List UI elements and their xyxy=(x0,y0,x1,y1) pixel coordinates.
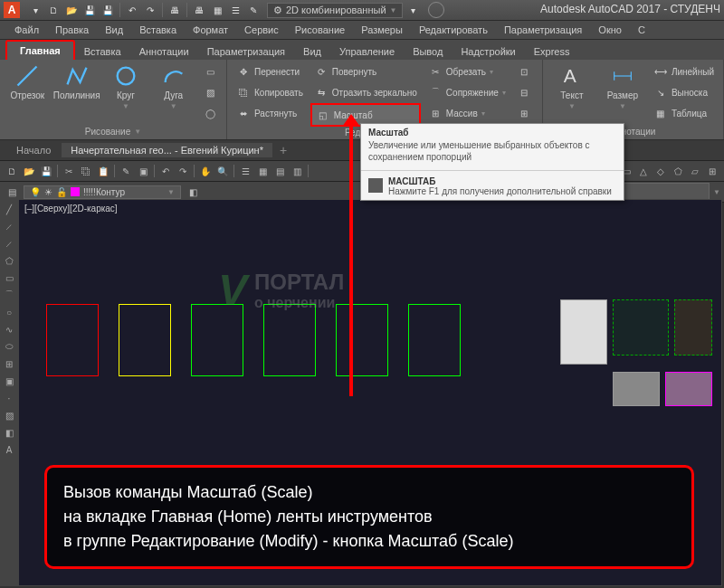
layer-iso-icon[interactable]: ◧ xyxy=(185,184,201,200)
layer-selector[interactable]: 💡 ☀ 🔓 !!!!!Контур ▼ xyxy=(24,185,181,199)
table-button[interactable]: ▦Таблица xyxy=(650,103,718,123)
workspace-selector[interactable]: ⚙ 2D комбинированный ▼ xyxy=(267,3,403,18)
linear-dim-button[interactable]: ⟷Линейный xyxy=(650,62,718,81)
layer-props-icon[interactable]: ▤ xyxy=(4,184,20,200)
tb-redo-icon[interactable]: ↷ xyxy=(175,163,191,179)
qat-more-icon[interactable]: ▾ xyxy=(405,2,421,18)
tb-undo-icon[interactable]: ↶ xyxy=(157,163,174,179)
tb-pan-icon[interactable]: ✋ xyxy=(197,163,214,179)
tab-Вид[interactable]: Вид xyxy=(294,43,330,60)
vt-pline-icon[interactable]: ⟋ xyxy=(1,235,17,251)
new-icon[interactable]: 🗋 xyxy=(45,2,62,18)
menu-Параметризация[interactable]: Параметризация xyxy=(497,23,589,37)
vt-block-icon[interactable]: ▣ xyxy=(1,373,17,389)
saveas-icon[interactable]: 💾 xyxy=(100,2,116,18)
menu-Редактировать[interactable]: Редактировать xyxy=(412,23,495,37)
vt-poly-icon[interactable]: ⬠ xyxy=(1,252,17,269)
tb-tp-icon[interactable]: ▤ xyxy=(272,163,288,179)
vt-xline-icon[interactable]: ⟋ xyxy=(1,218,17,234)
move-button[interactable]: ✥Перенести xyxy=(233,62,307,81)
fillet-button[interactable]: ⌒Сопряжение▾ xyxy=(424,82,510,102)
hatch-button[interactable]: ▨ xyxy=(199,82,221,102)
tab-Управление[interactable]: Управление xyxy=(330,43,404,60)
trim-button[interactable]: ✂Обрезать▾ xyxy=(424,62,510,81)
tb-open-icon[interactable]: 📂 xyxy=(21,163,37,179)
redo-icon[interactable]: ↷ xyxy=(142,2,158,18)
modify-ext3-button[interactable]: ⊞ xyxy=(513,103,535,123)
tab-Вставка[interactable]: Вставка xyxy=(75,43,130,60)
tb-props-icon[interactable]: ☰ xyxy=(237,163,253,179)
tab-Вывод[interactable]: Вывод xyxy=(404,43,452,60)
vt-hatch-icon[interactable]: ▨ xyxy=(1,407,17,423)
menu-Файл[interactable]: Файл xyxy=(7,23,46,37)
line-button[interactable]: Отрезок xyxy=(5,62,50,102)
tb-r7-icon[interactable]: ⊞ xyxy=(704,163,720,179)
tb-r3-icon[interactable]: △ xyxy=(635,163,652,179)
search-icon[interactable] xyxy=(428,2,444,18)
tb-r6-icon[interactable]: ▱ xyxy=(687,163,703,179)
tb-new-icon[interactable]: 🗋 xyxy=(4,163,20,179)
menu-Сервис[interactable]: Сервис xyxy=(237,23,286,37)
vt-text-icon[interactable]: A xyxy=(1,441,17,458)
menu-Окно[interactable]: Окно xyxy=(591,23,629,37)
stretch-button[interactable]: ⬌Растянуть xyxy=(233,103,307,123)
polyline-button[interactable]: Полилиния xyxy=(53,62,100,102)
leader-button[interactable]: ↘Выноска xyxy=(650,82,718,102)
tb-zoom-icon[interactable]: 🔍 xyxy=(214,163,231,179)
modify-ext2-button[interactable]: ⊟ xyxy=(513,82,535,102)
tb-paste-icon[interactable]: 📋 xyxy=(95,163,111,179)
tab-Express[interactable]: Express xyxy=(525,43,579,60)
vt-ellipse-icon[interactable]: ⬭ xyxy=(1,338,17,355)
menu-Вставка[interactable]: Вставка xyxy=(132,23,184,37)
tb-r4-icon[interactable]: ◇ xyxy=(653,163,669,179)
tb-copy-icon[interactable]: ⿻ xyxy=(78,163,94,179)
drawing-canvas[interactable]: [–][Сверху][2D-каркас] V ПОРТАЛо черчени… xyxy=(18,199,722,586)
tab-Главная[interactable]: Главная xyxy=(5,40,75,60)
menu-Правка[interactable]: Правка xyxy=(48,23,96,37)
mirror-button[interactable]: ⇆Отразить зеркально xyxy=(310,82,421,102)
menu-С[interactable]: С xyxy=(631,23,653,37)
array-button[interactable]: ⊞Массив▾ xyxy=(424,103,510,123)
undo-icon[interactable]: ↶ xyxy=(124,2,140,18)
ellipse-button[interactable]: ◯ xyxy=(199,103,221,123)
tb-ssm-icon[interactable]: ▥ xyxy=(289,163,305,179)
viewport-label[interactable]: [–][Сверху][2D-каркас] xyxy=(24,204,118,213)
arc-button[interactable]: Дуга▼ xyxy=(151,62,195,112)
app-logo[interactable]: A xyxy=(4,2,20,18)
tb-save-icon[interactable]: 💾 xyxy=(38,163,54,179)
save-icon[interactable]: 💾 xyxy=(81,2,98,18)
menu-dropdown-icon[interactable]: ▾ xyxy=(27,2,43,18)
circle-button[interactable]: Круг▼ xyxy=(104,62,148,112)
tb-cut-icon[interactable]: ✂ xyxy=(61,163,77,179)
props-icon[interactable]: ☰ xyxy=(227,2,243,18)
menu-Рисование[interactable]: Рисование xyxy=(288,23,352,37)
rect-button[interactable]: ▭ xyxy=(199,62,221,81)
vt-insert-icon[interactable]: ⊞ xyxy=(1,356,17,372)
filetab-document[interactable]: Начертательная гео... - Евгений Курицин* xyxy=(62,143,272,157)
vt-region-icon[interactable]: ◧ xyxy=(1,424,17,441)
menu-Формат[interactable]: Формат xyxy=(186,23,235,37)
tb-r5-icon[interactable]: ⬠ xyxy=(670,163,686,179)
tb-match-icon[interactable]: ✎ xyxy=(118,163,134,179)
vt-point-icon[interactable]: · xyxy=(1,390,17,406)
menu-Вид[interactable]: Вид xyxy=(98,23,130,37)
tab-Аннотации[interactable]: Аннотации xyxy=(130,43,198,60)
tb-dc-icon[interactable]: ▦ xyxy=(254,163,271,179)
text-button[interactable]: AТекст▼ xyxy=(548,62,595,112)
vt-spline-icon[interactable]: ∿ xyxy=(1,321,17,337)
layer-icon[interactable]: ▦ xyxy=(209,2,225,18)
vt-circle-icon[interactable]: ○ xyxy=(1,304,17,320)
filetab-start[interactable]: Начало xyxy=(7,143,60,157)
tab-Параметризация[interactable]: Параметризация xyxy=(198,43,294,60)
match-icon[interactable]: ✎ xyxy=(245,2,262,18)
menu-Размеры[interactable]: Размеры xyxy=(354,23,410,37)
vt-arc-icon[interactable]: ⌒ xyxy=(1,287,17,303)
copy-button[interactable]: ⿻Копировать xyxy=(233,82,307,102)
rotate-button[interactable]: ⟳Повернуть xyxy=(310,62,421,81)
filetab-add-button[interactable]: + xyxy=(274,141,292,159)
plot-icon[interactable]: 🖶 xyxy=(167,2,183,18)
open-icon[interactable]: 📂 xyxy=(63,2,80,18)
modify-ext1-button[interactable]: ⊡ xyxy=(513,62,535,81)
tab-Надстройки[interactable]: Надстройки xyxy=(452,43,524,60)
dimension-button[interactable]: Размер▼ xyxy=(599,62,646,112)
